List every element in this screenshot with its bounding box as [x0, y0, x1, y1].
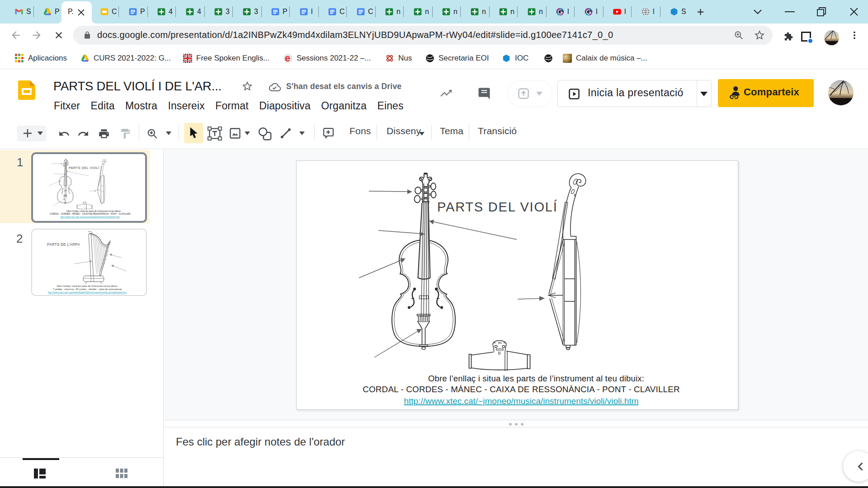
svg-text:http://www.xtec.cat/~gu/artes/: http://www.xtec.cat/~gu/artes/llistat%20… — [48, 291, 127, 294]
svg-text:PARTS DE L’ARPA: PARTS DE L’ARPA — [47, 243, 80, 247]
svg-text:Obre l’enllaç i situa les part: Obre l’enllaç i situa les parts de l’ins… — [57, 285, 118, 287]
svg-text:7 pedals - columna - 46 cordes: 7 pedals - columna - 46 cordes - clavill… — [53, 288, 122, 291]
